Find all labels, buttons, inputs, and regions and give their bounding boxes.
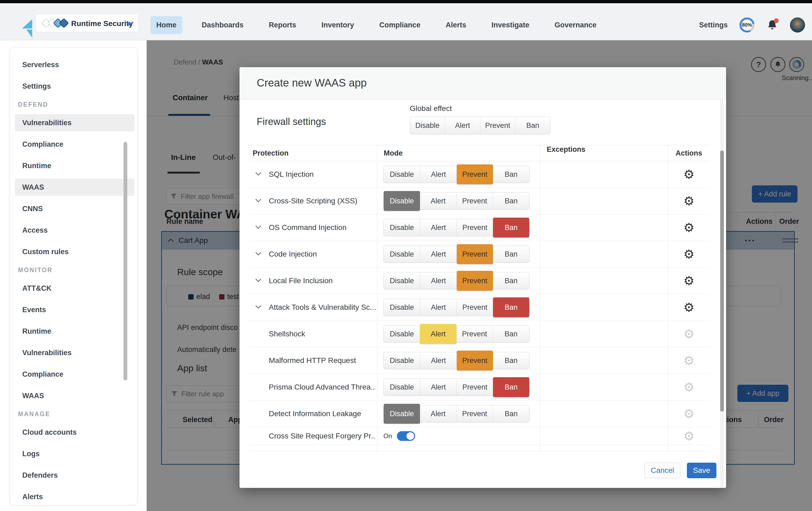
chevron-down-icon[interactable]: [255, 225, 261, 230]
chevron-down-icon[interactable]: [255, 172, 261, 177]
nav-item-governance[interactable]: Governance: [549, 16, 602, 34]
progress-ring[interactable]: 80%: [740, 18, 755, 32]
mode-option-ban[interactable]: Ban: [493, 352, 529, 369]
nav-item-reports[interactable]: Reports: [263, 16, 302, 34]
mode-option-ban[interactable]: Ban: [493, 166, 529, 183]
gear-icon[interactable]: ⚙: [684, 407, 694, 420]
mode-option-alert[interactable]: Alert: [420, 405, 456, 422]
nav-item-home[interactable]: Home: [150, 16, 182, 34]
mode-option-ban[interactable]: Ban: [493, 218, 529, 237]
mode-option-prevent[interactable]: Prevent: [457, 244, 493, 264]
sidebar-item-defenders[interactable]: Defenders: [10, 464, 137, 486]
mode-option-alert[interactable]: Alert: [420, 379, 457, 395]
mode-option-disable[interactable]: Disable: [384, 246, 420, 262]
modal-scrollbar-thumb[interactable]: [720, 150, 724, 411]
mode-option-alert[interactable]: Alert: [420, 193, 456, 209]
mode-option-prevent[interactable]: Prevent: [457, 350, 493, 370]
mode-option-prevent[interactable]: Prevent: [456, 405, 493, 422]
mode-option-disable[interactable]: Disable: [384, 325, 420, 342]
sidebar-item-access[interactable]: Access: [10, 220, 137, 241]
mode-option-alert[interactable]: Alert: [420, 324, 456, 344]
sidebar-item-settings[interactable]: Settings: [10, 76, 137, 97]
sidebar-item-compliance[interactable]: Compliance: [10, 364, 137, 385]
mode-option-disable[interactable]: Disable: [384, 273, 420, 289]
chevron-down-icon[interactable]: [255, 278, 261, 283]
mode-option-alert[interactable]: Alert: [420, 166, 457, 183]
mode-option-ban[interactable]: Ban: [493, 193, 529, 209]
sidebar-item-custom-rules[interactable]: Custom rules: [10, 241, 137, 262]
app-logo-icon[interactable]: [21, 19, 36, 40]
gear-icon[interactable]: ⚙: [684, 195, 694, 207]
mode-option-disable[interactable]: Disable: [384, 166, 420, 183]
chevron-down-icon[interactable]: [255, 252, 261, 257]
sidebar-item-att-ck[interactable]: ATT&CK: [10, 278, 137, 299]
mode-option-prevent[interactable]: Prevent: [457, 271, 493, 291]
chevron-down-icon[interactable]: [255, 305, 261, 310]
mode-option-alert[interactable]: Alert: [420, 219, 457, 236]
sidebar-item-waas[interactable]: WAAS: [10, 385, 137, 406]
user-avatar[interactable]: [790, 18, 805, 32]
mode-option-disable[interactable]: Disable: [384, 191, 420, 211]
gear-icon[interactable]: ⚙: [684, 381, 694, 393]
mode-option-ban[interactable]: Ban: [493, 273, 529, 289]
csrf-protection-toggle[interactable]: [397, 431, 415, 441]
mode-option-prevent[interactable]: Prevent: [480, 117, 515, 134]
mode-option-disable[interactable]: Disable: [384, 219, 420, 236]
mode-option-alert[interactable]: Alert: [445, 117, 480, 134]
mode-option-prevent[interactable]: Prevent: [456, 193, 493, 209]
mode-option-disable[interactable]: Disable: [410, 117, 445, 134]
mode-option-ban[interactable]: Ban: [515, 117, 550, 134]
mode-option-alert[interactable]: Alert: [420, 352, 457, 369]
sidebar-item-vulnerabilities[interactable]: Vulnerabilities: [10, 342, 137, 364]
settings-link[interactable]: Settings: [699, 21, 728, 29]
nav-item-alerts[interactable]: Alerts: [440, 16, 472, 34]
sidebar-item-cloud-accounts[interactable]: Cloud accounts: [10, 422, 137, 443]
mode-option-disable[interactable]: Disable: [384, 352, 420, 369]
nav-item-investigate[interactable]: Investigate: [486, 16, 535, 34]
mode-option-prevent[interactable]: Prevent: [457, 299, 493, 316]
modal-scrollbar[interactable]: [720, 100, 724, 488]
mode-option-ban[interactable]: Ban: [493, 377, 529, 397]
mode-option-prevent[interactable]: Prevent: [457, 164, 493, 184]
gear-icon[interactable]: ⚙: [684, 248, 694, 260]
nav-item-inventory[interactable]: Inventory: [316, 16, 360, 34]
gear-icon[interactable]: ⚙: [684, 168, 694, 180]
sidebar-item-alerts[interactable]: Alerts: [10, 486, 137, 505]
sidebar-item-serverless[interactable]: Serverless: [10, 54, 137, 76]
mode-option-prevent[interactable]: Prevent: [457, 219, 493, 236]
notifications-bell-icon[interactable]: [766, 19, 778, 31]
mode-option-ban[interactable]: Ban: [493, 325, 529, 342]
gear-icon[interactable]: ⚙: [684, 221, 694, 234]
product-switcher-dropdown[interactable]: Runtime Security: [35, 14, 139, 32]
mode-option-alert[interactable]: Alert: [420, 299, 457, 316]
mode-option-disable[interactable]: Disable: [384, 404, 420, 424]
mode-option-alert[interactable]: Alert: [420, 273, 457, 289]
sidebar-scrollbar[interactable]: [123, 142, 127, 380]
sidebar-item-runtime[interactable]: Runtime: [10, 320, 137, 342]
nav-item-compliance[interactable]: Compliance: [374, 16, 427, 34]
gear-icon[interactable]: ⚙: [684, 301, 694, 314]
mode-option-disable[interactable]: Disable: [384, 379, 420, 395]
gear-icon[interactable]: ⚙: [684, 430, 694, 442]
nav-item-dashboards[interactable]: Dashboards: [196, 16, 250, 34]
sidebar-item-logs[interactable]: Logs: [10, 443, 137, 464]
chevron-down-icon[interactable]: [255, 199, 261, 203]
save-button[interactable]: Save: [687, 463, 717, 478]
gear-icon[interactable]: ⚙: [684, 275, 694, 287]
mode-option-ban[interactable]: Ban: [493, 405, 529, 422]
sidebar-item-vulnerabilities[interactable]: Vulnerabilities: [10, 112, 137, 134]
sidebar-item-cnns[interactable]: CNNS: [10, 198, 137, 220]
mode-option-disable[interactable]: Disable: [384, 299, 420, 316]
sidebar-item-compliance[interactable]: Compliance: [10, 134, 137, 155]
gear-icon[interactable]: ⚙: [684, 354, 694, 367]
mode-option-prevent[interactable]: Prevent: [457, 379, 493, 395]
sidebar-item-waas[interactable]: WAAS: [10, 176, 137, 198]
sidebar-item-runtime[interactable]: Runtime: [10, 155, 137, 176]
gear-icon[interactable]: ⚙: [684, 328, 694, 340]
mode-option-alert[interactable]: Alert: [420, 246, 457, 262]
cancel-button[interactable]: Cancel: [644, 463, 680, 478]
mode-option-ban[interactable]: Ban: [493, 297, 529, 317]
sidebar-item-events[interactable]: Events: [10, 299, 137, 320]
mode-option-prevent[interactable]: Prevent: [457, 325, 493, 342]
mode-option-ban[interactable]: Ban: [493, 246, 529, 262]
